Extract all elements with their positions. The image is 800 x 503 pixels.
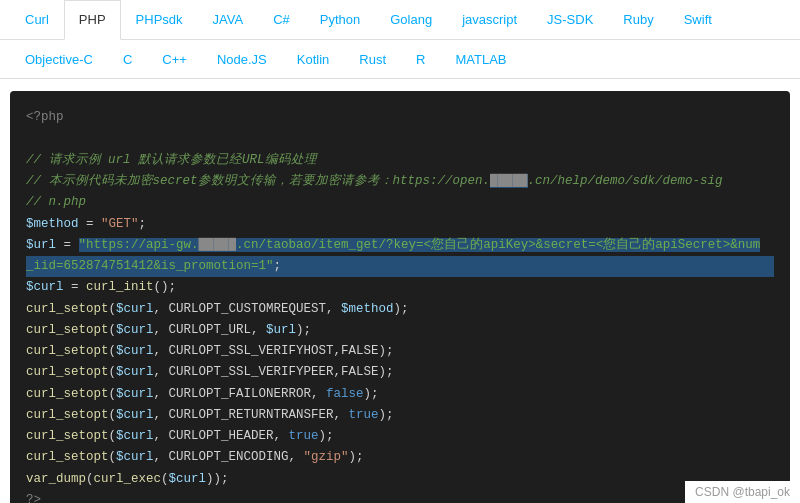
tab-js-sdk[interactable]: JS-SDK [532, 0, 608, 40]
tab-objectivec[interactable]: Objective-C [10, 40, 108, 79]
tab-r[interactable]: R [401, 40, 440, 79]
tab-cpp[interactable]: C++ [147, 40, 202, 79]
tab-c[interactable]: C [108, 40, 147, 79]
footer-watermark: CSDN @tbapi_ok [685, 481, 800, 503]
footer-text: CSDN @tbapi_ok [695, 485, 790, 499]
tab-bar-row2: Objective-C C C++ Node.JS Kotlin Rust R … [0, 40, 800, 79]
tab-nodejs[interactable]: Node.JS [202, 40, 282, 79]
tab-matlab[interactable]: MATLAB [440, 40, 521, 79]
tab-rust[interactable]: Rust [344, 40, 401, 79]
tab-bar-row1: Curl PHP PHPsdk JAVA C# Python Golang ja… [0, 0, 800, 40]
code-block: <?php // 请求示例 url 默认请求参数已经URL编码处理 // 本示例… [10, 91, 790, 503]
tab-ruby[interactable]: Ruby [608, 0, 668, 40]
tab-kotlin[interactable]: Kotlin [282, 40, 345, 79]
tab-swift[interactable]: Swift [669, 0, 727, 40]
tab-curl[interactable]: Curl [10, 0, 64, 40]
tab-php[interactable]: PHP [64, 0, 121, 40]
tab-java[interactable]: JAVA [198, 0, 259, 40]
tab-python[interactable]: Python [305, 0, 375, 40]
tab-phpsdk[interactable]: PHPsdk [121, 0, 198, 40]
tab-golang[interactable]: Golang [375, 0, 447, 40]
tab-javascript[interactable]: javascript [447, 0, 532, 40]
tab-csharp[interactable]: C# [258, 0, 305, 40]
